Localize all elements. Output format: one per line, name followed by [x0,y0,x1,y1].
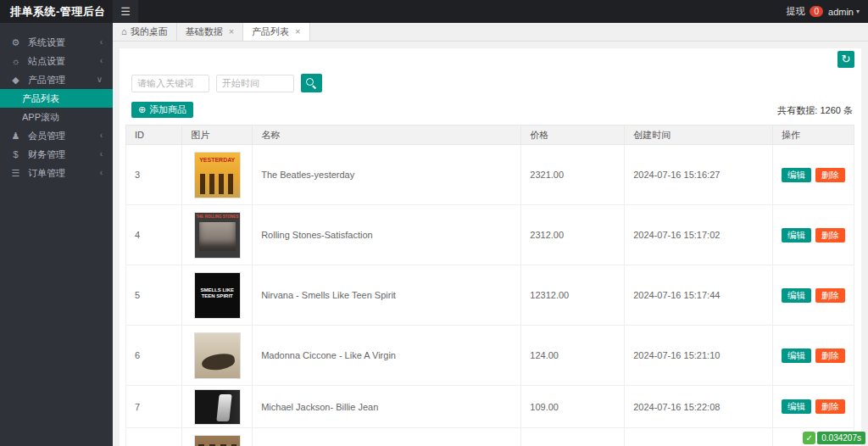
cell-price: 12312.00 [521,265,625,326]
user-icon: ♟ [10,126,21,145]
cell-id: 6 [126,326,182,386]
cell-image [182,386,253,428]
user-name: admin [828,7,854,17]
sidebar-item-site-settings[interactable]: ☼ 站点设置 ‹ [0,52,113,70]
chevron-down-icon: ∨ [97,70,103,89]
tab-desktop[interactable]: ⌂ 我的桌面 [113,23,177,41]
search-button[interactable] [301,74,322,92]
cell-image [182,326,253,386]
sidebar-item-product-list[interactable]: 产品列表 [0,89,113,108]
elapsed-time: 0.034207s [817,432,865,444]
speed-icon: ✓ [803,432,815,444]
table-row: 6 Madonna Ciccone - Like A Virgin 124.00… [126,326,854,386]
edit-button[interactable]: 编辑 [782,348,811,363]
col-created: 创建时间 [625,125,773,145]
keyword-input[interactable] [131,75,209,92]
performance-timer: ✓ 0.034207s [803,432,865,444]
edit-button[interactable]: 编辑 [782,288,811,303]
cell-price [521,428,625,446]
topbar-right: 提现 0 admin ▾ [786,0,860,23]
start-time-input[interactable] [216,75,294,92]
withdraw-link[interactable]: 提现 [786,5,804,18]
refresh-button[interactable]: ↻ [837,51,854,68]
close-icon[interactable]: × [229,23,234,41]
cell-price: 2321.00 [521,145,625,205]
product-table: ID 图片 名称 价格 创建时间 操作 3 YESTERDAY The Beat… [125,125,854,446]
album-cover-image [194,332,241,379]
search-bar [131,74,322,92]
cell-image: THE ROLLING STONES [182,205,253,265]
col-price: 价格 [521,125,625,145]
cell-ops: 编辑删除 [772,205,854,265]
cell-ops: 编辑删除 [772,386,854,428]
album-cover-image: YESTERDAY [194,152,241,198]
sidebar-item-order-management[interactable]: ☰ 订单管理 ‹ [0,164,113,182]
table-row: 5 SMELLS LIKE TEEN SPIRIT Nirvana - Smel… [126,265,854,326]
cell-name: Nirvana - Smells Like Teen Spirit [253,265,521,326]
sidebar-item-member-management[interactable]: ♟ 会员管理 ‹ [0,126,113,145]
chevron-left-icon: ‹ [100,164,103,182]
tabbar: ⌂ 我的桌面 基础数据 × 产品列表 × [113,23,868,42]
close-icon[interactable]: × [295,23,300,41]
hamburger-icon: ☰ [120,5,131,18]
content-panel: ↻ ⊕ 添加商品 共有数据: 1260 条 ID 图片 名称 价格 创建时间 操… [120,48,861,446]
site-icon: ☼ [10,52,21,70]
cell-id: 3 [126,145,182,205]
delete-button[interactable]: 删除 [815,168,845,182]
sidebar-item-finance-management[interactable]: $ 财务管理 ‹ [0,145,113,164]
sidebar-item-app-scroll[interactable]: APP滚动 [0,108,113,126]
delete-button[interactable]: 删除 [815,288,845,303]
sidebar-item-product-management[interactable]: ◆ 产品管理 ∨ [0,70,113,89]
cell-created [625,428,773,446]
album-cover-image [194,389,241,425]
col-ops: 操作 [772,125,854,145]
cell-price: 124.00 [521,326,625,386]
plus-icon: ⊕ [138,104,146,115]
cell-id [126,428,182,446]
delete-button[interactable]: 删除 [815,399,845,414]
edit-button[interactable]: 编辑 [782,399,811,414]
cell-id: 7 [126,386,182,428]
cell-name [253,428,521,446]
cell-price: 109.00 [521,386,625,428]
cell-price: 2312.00 [521,205,625,265]
withdraw-badge: 0 [810,6,823,17]
edit-button[interactable]: 编辑 [782,228,811,243]
app-title: 排单系统-管理后台 [10,0,106,23]
cell-created: 2024-07-16 15:17:02 [625,205,773,265]
user-menu[interactable]: admin ▾ [828,7,860,17]
sidebar-toggle-button[interactable]: ☰ [113,0,138,23]
tab-product-list[interactable]: 产品列表 × [243,23,309,41]
add-product-button[interactable]: ⊕ 添加商品 [131,102,193,118]
cell-id: 4 [126,205,182,265]
sidebar-item-system-settings[interactable]: ⚙ 系统设置 ‹ [0,33,113,52]
cell-ops: 编辑删除 [772,145,854,205]
sidebar: ⚙ 系统设置 ‹ ☼ 站点设置 ‹ ◆ 产品管理 ∨ 产品列表 APP滚动 ♟ … [0,23,113,446]
album-cover-image [194,435,241,446]
caret-down-icon: ▾ [856,8,860,15]
table-row: 7 Michael Jackson- Billie Jean 109.00 20… [126,386,854,428]
table-row: 3 YESTERDAY The Beatles-yesterday 2321.0… [126,145,854,205]
total-count-text: 共有数据: 1260 条 [777,104,853,117]
cell-image: SMELLS LIKE TEEN SPIRIT [182,265,253,326]
col-image: 图片 [182,125,253,145]
delete-button[interactable]: 删除 [815,348,845,363]
cell-created: 2024-07-16 15:22:08 [625,386,773,428]
table-row: 4 THE ROLLING STONES Rolling Stones-Sati… [126,205,854,265]
chevron-left-icon: ‹ [100,145,103,164]
edit-button[interactable]: 编辑 [782,168,811,182]
cell-created: 2024-07-16 15:21:10 [625,326,773,386]
tab-basic-data[interactable]: 基础数据 × [177,23,243,41]
cell-id: 5 [126,265,182,326]
chevron-left-icon: ‹ [100,33,103,52]
album-cover-image: SMELLS LIKE TEEN SPIRIT [194,272,241,319]
album-cover-image: THE ROLLING STONES [194,212,241,259]
chevron-left-icon: ‹ [100,52,103,70]
cell-ops: 编辑删除 [772,265,854,326]
dollar-icon: $ [10,145,21,164]
list-icon: ☰ [10,164,21,182]
gear-icon: ⚙ [10,33,21,52]
delete-button[interactable]: 删除 [815,228,845,243]
col-id: ID [126,125,182,145]
topbar: 排单系统-管理后台 ☰ 提现 0 admin ▾ [0,0,868,23]
